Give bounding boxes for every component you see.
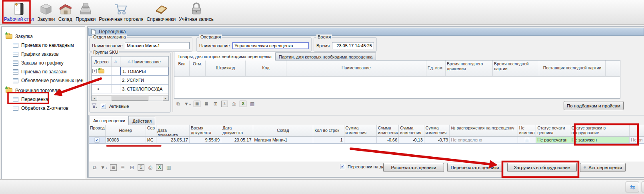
sidebar-group-retail[interactable]: Розничная торговля [2, 86, 85, 95]
act-lines-cell[interactable]: 1 [313, 137, 344, 143]
clipped-button[interactable] [642, 182, 644, 192]
toolbar-item-warehouse[interactable]: Склад [56, 0, 74, 23]
column-header-name[interactable]: Наименование [120, 57, 168, 67]
grid-settings-icon[interactable]: ▥ [249, 101, 256, 107]
sku-row-label[interactable]: 3. СТЕКЛОПОСУДА [120, 85, 168, 93]
filter-icon[interactable]: + [91, 103, 98, 109]
column-header[interactable]: Сумма изменения [399, 125, 424, 136]
column-header[interactable]: Код [246, 61, 286, 76]
column-header[interactable]: Статус загрузки в оборудование [570, 125, 630, 136]
column-header-tree[interactable]: Дерево [92, 57, 112, 67]
act-sum3-cell[interactable]: -0,13 [399, 137, 424, 143]
toolbar-item-purchases[interactable]: Закупки [36, 0, 56, 23]
load-status-cell[interactable]: Не загружен [570, 137, 630, 143]
sku-row-label[interactable]: 1. ТОВАРЫ [120, 67, 168, 75]
sidebar-item-retail-price-update[interactable]: Обновление розничных цен [2, 76, 85, 85]
sidebar-group-purchase[interactable]: Закупка [2, 32, 85, 41]
column-header[interactable]: Штрихкод [206, 61, 246, 76]
column-header[interactable]: Поставщик последней партии [539, 61, 606, 76]
tab-goods-revaluation[interactable]: Товары, для которых необходима переоценк… [174, 52, 275, 61]
print-icon[interactable]: ⎙ [230, 101, 237, 107]
act-warehouse-cell[interactable]: Магазин Мини-1 [253, 137, 314, 143]
column-header[interactable]: Наименование [286, 61, 426, 76]
select-rows-icon[interactable]: ⧉ [91, 164, 98, 171]
column-header[interactable]: Время документа [190, 125, 221, 136]
print-icon[interactable]: ⎙ [147, 164, 154, 171]
column-header[interactable]: Сумма изменения [377, 125, 399, 136]
calculator-icon[interactable]: ⊞ [212, 101, 219, 107]
sum-icon[interactable]: Σ [138, 164, 144, 171]
column-header-sort[interactable] [112, 57, 120, 67]
posted-checkbox[interactable] [94, 137, 99, 142]
filter-plus-icon[interactable]: ▼₊ [100, 164, 108, 171]
operation-name-input[interactable] [232, 42, 309, 49]
active-checkbox[interactable] [101, 104, 106, 109]
refresh-button[interactable]: ⇆ [626, 182, 639, 192]
sidebar-item-zreports[interactable]: Обработка Z-отчетов [2, 104, 85, 113]
numbering-icon[interactable]: ≣ [119, 164, 126, 171]
toolbar-item-references[interactable]: Справочники [145, 0, 178, 23]
column-header[interactable]: № распоряжения на переоценку [450, 125, 518, 136]
column-header[interactable]: Не изменят [518, 125, 536, 136]
clipped-status-cell[interactable]: Не оп [630, 137, 644, 143]
column-header[interactable]: Статус печати ценника [536, 125, 570, 136]
revaluation-act-button[interactable]: Акт переоценки [580, 163, 626, 172]
scrollbar-track[interactable] [97, 96, 163, 101]
sku-row-goods[interactable]: 1. ТОВАРЫ [92, 67, 168, 76]
column-header[interactable]: Кол-во строк [313, 125, 344, 136]
print-status-cell[interactable]: Не распечатан [536, 137, 570, 143]
act-date-to-cell[interactable]: 23.05.17 [221, 137, 253, 143]
load-to-equipment-button[interactable]: Загрузить в оборудование [507, 163, 577, 172]
revaluation-date-checkbox[interactable] [340, 164, 345, 169]
act-sum4-cell[interactable]: -0,79 [424, 137, 450, 143]
column-header[interactable]: Время последнего движения [446, 61, 493, 76]
sidebar-item-receipt-invoices[interactable]: Приемка по накладным [2, 41, 85, 50]
time-input[interactable] [332, 42, 374, 49]
tab-revaluation-act[interactable]: Акт переоценки [90, 116, 129, 125]
sku-row-glassware[interactable]: 3. СТЕКЛОПОСУДА [92, 85, 168, 93]
column-header[interactable]: Ед. изм. [426, 61, 446, 76]
column-header[interactable]: Номер [106, 125, 146, 136]
excel-export-icon[interactable]: X [156, 164, 163, 171]
grid-settings-icon[interactable]: ▥ [165, 164, 172, 171]
horizontal-scrollbar[interactable]: ◄ ► [92, 95, 168, 101]
column-header[interactable]: Сумма изменения [344, 125, 377, 136]
toolbar-item-desktop[interactable]: Рабочий стол [2, 0, 36, 23]
column-header[interactable]: Склад [253, 125, 314, 136]
act-row-00003[interactable]: 00003 ИС 23.05.17 9:55:09 23.05.17 Магаз… [89, 137, 644, 143]
filter-plus-icon[interactable]: ▼₊ [184, 101, 191, 107]
toolbar-item-sales[interactable]: Продажи [74, 0, 97, 23]
act-number-cell[interactable]: 00003 [106, 137, 146, 143]
column-header[interactable]: Вкл [174, 61, 190, 76]
column-header[interactable]: Время последней партии [493, 61, 539, 76]
expand-icon[interactable] [92, 69, 97, 73]
sku-row-label[interactable]: 2. УСЛУГИ [120, 76, 168, 84]
calculator-icon[interactable]: ⊞ [128, 164, 135, 171]
act-sum2-cell[interactable]: -0,66 [377, 137, 399, 143]
column-header[interactable]: Проведе [89, 125, 106, 136]
sidebar-item-order-schedules[interactable]: Графики заказов [2, 50, 85, 59]
numbering-icon[interactable]: ≣ [203, 101, 210, 107]
column-header[interactable]: Дата документа [156, 125, 190, 136]
act-time-cell[interactable]: 9:55:09 [190, 137, 221, 143]
reprint-price-tags-button[interactable]: Перепечатать ценники [447, 163, 502, 172]
scroll-right-icon[interactable]: ► [163, 96, 168, 101]
column-header[interactable]: Сумма изменения [424, 125, 450, 136]
column-header[interactable]: Сер [146, 125, 156, 136]
tab-batches-revaluation[interactable]: Партии, для которых необходима переоценк… [275, 53, 376, 61]
tab-actions[interactable]: Действия [129, 117, 155, 125]
columns-icon[interactable]: ▦ [110, 164, 117, 171]
sum-icon[interactable]: Σ [221, 101, 228, 107]
store-name-input[interactable] [125, 42, 190, 49]
toolbar-item-retail[interactable]: Розничная торговля [97, 0, 145, 23]
sidebar-item-orders-by-schedule[interactable]: Заказы по графику [2, 59, 85, 67]
excel-export-icon[interactable]: X [240, 101, 246, 107]
print-price-tags-button[interactable]: Распечатать ценники [383, 163, 444, 172]
act-order-cell[interactable]: Не определено [450, 137, 518, 143]
toolbar-item-account[interactable]: Учётная запись [177, 0, 215, 23]
no-change-checkbox[interactable] [525, 137, 529, 142]
act-date-cell[interactable]: 23.05.17 [156, 137, 190, 143]
act-sum1-cell[interactable] [344, 137, 377, 143]
sku-row-services[interactable]: 2. УСЛУГИ [92, 76, 168, 85]
act-series-cell[interactable]: ИС [146, 137, 156, 143]
